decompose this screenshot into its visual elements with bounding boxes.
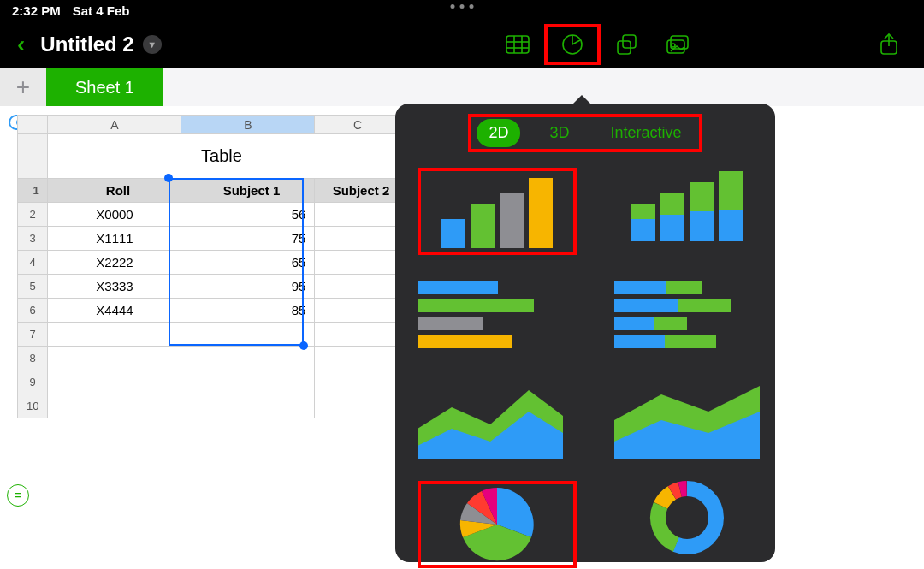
cell-empty[interactable] xyxy=(315,394,400,418)
horizontal-bar-chart-thumb[interactable] xyxy=(418,277,563,351)
row-num[interactable]: 1 xyxy=(18,179,48,203)
stacked-bar-chart-thumb[interactable] xyxy=(614,168,760,241)
bar-chart-thumb[interactable] xyxy=(424,175,570,248)
workspace: A B C Table 1 Roll Subject 1 Subject 2 2… xyxy=(0,106,924,569)
popover-arrow xyxy=(573,95,590,104)
row-num[interactable]: 9 xyxy=(18,370,48,394)
cell-empty[interactable] xyxy=(315,203,400,227)
cell-roll[interactable]: X1111 xyxy=(48,227,181,251)
stacked-area-chart-thumb[interactable] xyxy=(614,373,760,459)
cell-value[interactable]: 95 xyxy=(181,275,315,299)
svg-point-10 xyxy=(672,44,675,47)
status-bar: 2:32 PM Sat 4 Feb xyxy=(0,0,924,21)
share-icon[interactable] xyxy=(876,34,902,55)
sheet-bar: + Sheet 1 xyxy=(0,68,924,106)
tab-3d[interactable]: 3D xyxy=(537,119,581,147)
status-date: Sat 4 Feb xyxy=(73,3,130,18)
col-header-b[interactable]: B xyxy=(181,116,315,134)
cell-roll[interactable]: X0000 xyxy=(48,203,181,227)
tab-2d[interactable]: 2D xyxy=(477,119,520,147)
donut-chart-thumb[interactable] xyxy=(614,481,760,554)
row-num[interactable]: 7 xyxy=(18,323,48,347)
title-bar: ‹ Untitled 2 ▼ xyxy=(0,21,924,68)
doc-menu-chevron[interactable]: ▼ xyxy=(143,35,162,54)
chart-icon[interactable] xyxy=(560,34,585,55)
selection-handle[interactable] xyxy=(299,341,308,350)
stacked-horizontal-bar-chart-thumb[interactable] xyxy=(614,277,760,351)
row-num[interactable]: 4 xyxy=(18,251,48,275)
col-header-c[interactable]: C xyxy=(315,116,400,134)
status-time: 2:32 PM xyxy=(12,3,61,18)
cell-value[interactable]: 56 xyxy=(181,203,315,227)
cell-value[interactable]: 85 xyxy=(181,299,315,323)
cell-empty[interactable] xyxy=(315,275,400,299)
header-subject1[interactable]: Subject 1 xyxy=(181,179,315,203)
shape-icon[interactable] xyxy=(614,34,640,55)
cell-empty[interactable] xyxy=(315,227,400,251)
row-num[interactable]: 3 xyxy=(18,227,48,251)
cell-value[interactable]: 75 xyxy=(181,227,315,251)
svg-rect-0 xyxy=(506,36,529,53)
chart-types-grid xyxy=(411,163,760,569)
cell-empty[interactable] xyxy=(48,370,181,394)
cell-empty[interactable] xyxy=(181,323,315,347)
row-num[interactable]: 6 xyxy=(18,299,48,323)
cell-roll[interactable]: X4444 xyxy=(48,299,181,323)
doc-title[interactable]: Untitled 2 xyxy=(40,33,133,56)
area-chart-thumb[interactable] xyxy=(418,373,563,459)
media-icon[interactable] xyxy=(666,34,691,55)
formula-button[interactable]: = xyxy=(7,484,29,507)
cell-empty[interactable] xyxy=(48,323,181,347)
sheet-tab[interactable]: Sheet 1 xyxy=(46,68,163,106)
header-roll[interactable]: Roll xyxy=(48,179,181,203)
cell-empty[interactable] xyxy=(315,299,400,323)
back-button[interactable]: ‹ xyxy=(17,31,25,58)
selection-handle[interactable] xyxy=(164,174,173,182)
multitask-dots[interactable] xyxy=(451,4,474,9)
pie-chart-thumb[interactable] xyxy=(424,488,570,561)
cell-empty[interactable] xyxy=(48,347,181,370)
chart-dimension-tabs: 2D 3D Interactive xyxy=(477,119,693,147)
cell-empty[interactable] xyxy=(181,394,315,418)
cell-roll[interactable]: X3333 xyxy=(48,275,181,299)
cell-empty[interactable] xyxy=(315,370,400,394)
cell-value[interactable]: 65 xyxy=(181,251,315,275)
cell-empty[interactable] xyxy=(181,347,315,370)
header-subject2[interactable]: Subject 2 xyxy=(315,179,400,203)
add-sheet-button[interactable]: + xyxy=(0,68,46,106)
col-header-a[interactable]: A xyxy=(48,116,181,134)
cell-empty[interactable] xyxy=(315,323,400,347)
table-title[interactable]: Table xyxy=(48,134,400,179)
row-num[interactable]: 5 xyxy=(18,275,48,299)
tab-interactive[interactable]: Interactive xyxy=(598,119,693,147)
table-icon[interactable] xyxy=(505,34,530,55)
cell-empty[interactable] xyxy=(181,370,315,394)
row-num[interactable]: 2 xyxy=(18,203,48,227)
cell-empty[interactable] xyxy=(315,251,400,275)
row-num[interactable]: 8 xyxy=(18,347,48,370)
toolbar xyxy=(505,31,691,58)
chart-popover: 2D 3D Interactive xyxy=(395,104,775,562)
spreadsheet[interactable]: A B C Table 1 Roll Subject 1 Subject 2 2… xyxy=(17,115,400,418)
row-num[interactable]: 10 xyxy=(18,394,48,418)
cell-empty[interactable] xyxy=(315,347,400,370)
cell-empty[interactable] xyxy=(48,394,181,418)
cell-roll[interactable]: X2222 xyxy=(48,251,181,275)
